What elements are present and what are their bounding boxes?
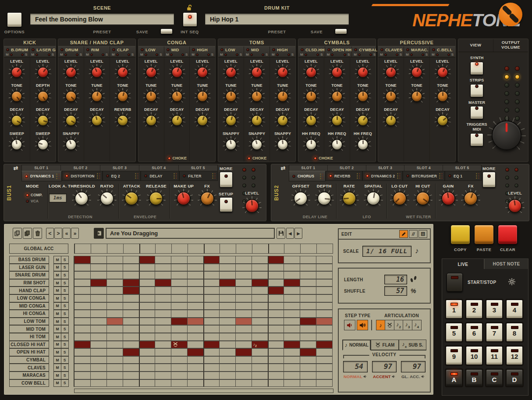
step-cell-4[interactable]: [123, 341, 139, 349]
mute-button[interactable]: M: [53, 318, 61, 326]
step-cell-11[interactable]: [236, 341, 252, 349]
prev-pattern-button[interactable]: <: [46, 228, 54, 239]
step-cell-8[interactable]: [188, 348, 204, 356]
bus1-slot-slot-4[interactable]: SLOT 4: [139, 165, 178, 171]
marac-level-knob[interactable]: [408, 64, 425, 81]
mute-group[interactable]: M: [272, 53, 279, 57]
bus1-slot-slot-1[interactable]: SLOT 1: [22, 165, 60, 171]
step-cell-12[interactable]: [252, 325, 268, 333]
step-cell-3[interactable]: [107, 302, 123, 310]
step-cell-15[interactable]: [300, 287, 316, 294]
first-pattern-button[interactable]: «: [63, 228, 71, 239]
track-label-bass-drum[interactable]: BASS DRUM: [9, 256, 49, 264]
save-pattern-button[interactable]: [277, 228, 285, 239]
step-cell-5[interactable]: [139, 244, 156, 254]
scene-save-button[interactable]: [160, 28, 173, 34]
step-cell-4[interactable]: [123, 364, 139, 372]
pattern-button-1[interactable]: 1: [445, 299, 463, 319]
step-cell-5[interactable]: [139, 264, 155, 272]
step-cell-13[interactable]: [268, 244, 284, 254]
step-cell-6[interactable]: [155, 372, 171, 379]
step-cell-3[interactable]: [107, 318, 123, 326]
step-cell-16[interactable]: [316, 287, 333, 294]
step-cell-15[interactable]: [300, 271, 316, 279]
scene-field[interactable]: Feel the Booming Blow: [30, 13, 174, 25]
step-cell-8[interactable]: [188, 318, 204, 326]
last-pattern-button[interactable]: »: [71, 228, 79, 239]
track-label-closed-hi-hat[interactable]: CLOSED HI HAT: [9, 341, 49, 349]
step-cell-2[interactable]: [91, 271, 107, 279]
step-cell-7[interactable]: [171, 325, 188, 333]
step-cell-9[interactable]: [203, 279, 220, 287]
solo-button[interactable]: S: [61, 294, 69, 302]
step-cell-6[interactable]: [155, 256, 171, 264]
high-level-knob[interactable]: [274, 64, 291, 81]
cymbal-tone-knob[interactable]: [355, 88, 371, 105]
step-cell-12[interactable]: [252, 333, 268, 341]
step-cell-9[interactable]: [203, 256, 220, 264]
step-cell-4[interactable]: [123, 348, 139, 356]
step-cell-9[interactable]: [203, 318, 220, 326]
mute-button[interactable]: M: [53, 271, 61, 279]
solo-group[interactable]: S: [369, 53, 376, 57]
pattern-button-2[interactable]: 2: [465, 299, 483, 319]
clsd-hh-tone-knob[interactable]: [303, 88, 319, 105]
tab-host-note[interactable]: HOST NOTE: [484, 258, 528, 269]
high-decay-knob[interactable]: [274, 112, 291, 129]
step-cell-16[interactable]: [316, 379, 333, 387]
step-cell-7[interactable]: [171, 294, 188, 302]
track-label-snare-drum[interactable]: SNARE DRUM: [9, 271, 49, 279]
step-cell-13[interactable]: [268, 364, 284, 372]
tab-flam[interactable]: FLAM: [371, 340, 398, 350]
step-cell-13[interactable]: [268, 348, 284, 356]
step-cell-6[interactable]: [155, 333, 171, 341]
step-cell-8[interactable]: [188, 333, 204, 341]
step-cell-13[interactable]: [268, 310, 284, 318]
step-cell-6[interactable]: [155, 364, 171, 372]
step-cell-8[interactable]: [188, 356, 204, 364]
step-cell-9[interactable]: [203, 302, 220, 310]
pattern-button-3[interactable]: 3: [485, 299, 504, 319]
bus1-fx-tab-delay[interactable]: DELAY: [141, 171, 179, 181]
paste-pattern-button[interactable]: [23, 228, 32, 239]
step-cell-8[interactable]: [188, 325, 204, 333]
bus2-fx-tab-chorus[interactable]: CHORUS: [289, 171, 326, 181]
step-cell-14[interactable]: [284, 287, 300, 294]
mute-group[interactable]: M: [31, 53, 38, 57]
step-cell-13[interactable]: [268, 325, 284, 333]
step-cell-9[interactable]: [203, 271, 220, 279]
step-cell-3[interactable]: [107, 348, 123, 356]
step-cell-1[interactable]: [74, 271, 91, 279]
solo-group[interactable]: S: [287, 53, 294, 57]
step-cell-6[interactable]: [155, 379, 171, 387]
step-cell-3[interactable]: [107, 287, 123, 294]
bus1-more-button[interactable]: [220, 172, 233, 188]
step-cell-7[interactable]: [171, 279, 188, 287]
solo-button[interactable]: S: [61, 264, 69, 272]
step-cell-7[interactable]: [171, 264, 188, 272]
step-cell-15[interactable]: [300, 364, 316, 372]
step-cell-4[interactable]: [123, 294, 139, 302]
bus2-knobs-gain-knob[interactable]: [439, 189, 458, 208]
step-cell-12[interactable]: [252, 356, 268, 364]
track-label-low-tom[interactable]: LOW TOM: [9, 318, 49, 326]
articulation-note-sub3[interactable]: ♪3: [403, 320, 412, 330]
step-cell-14[interactable]: [284, 325, 300, 333]
bus1-knobs-attack-knob[interactable]: [122, 189, 141, 208]
drum-snappy-knob[interactable]: [63, 136, 79, 153]
step-cell-12[interactable]: [252, 348, 268, 356]
step-cell-15[interactable]: [300, 318, 316, 326]
step-cell-3[interactable]: [107, 356, 123, 364]
articulation-flam[interactable]: [385, 320, 394, 330]
step-cell-9[interactable]: [203, 379, 220, 387]
step-cell-2[interactable]: [91, 356, 107, 364]
step-cell-7[interactable]: [172, 244, 188, 254]
step-cell-3[interactable]: [107, 271, 123, 279]
bus1-knobs-threshold-knob[interactable]: [72, 189, 91, 208]
step-cell-14[interactable]: [284, 264, 300, 272]
mute-button[interactable]: M: [53, 364, 61, 372]
step-cell-7[interactable]: [171, 356, 188, 364]
step-cell-12[interactable]: ♪2: [252, 341, 268, 349]
step-cell-11[interactable]: [236, 271, 252, 279]
pattern-button-10[interactable]: 10: [465, 345, 483, 366]
